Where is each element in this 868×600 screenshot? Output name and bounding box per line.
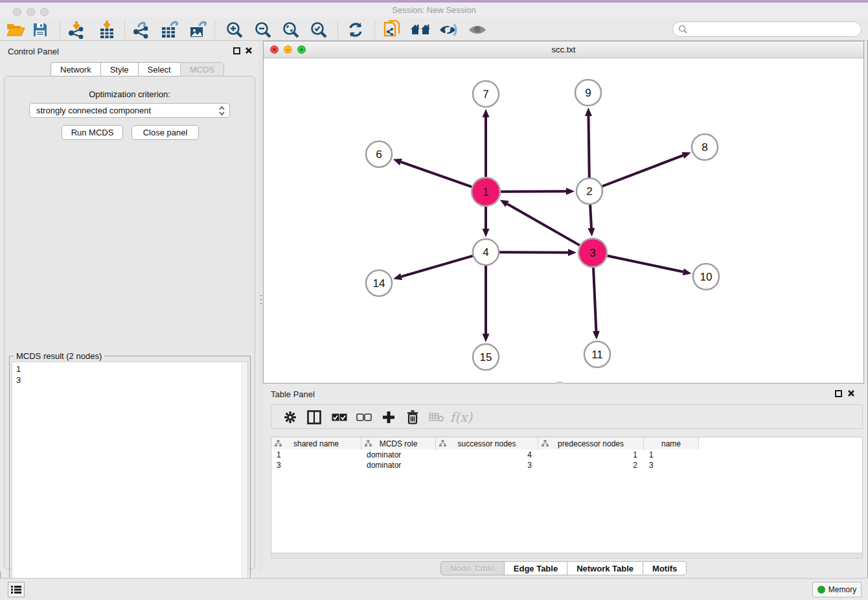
table-header-row: shared nameMCDS rolesuccessor nodesprede…: [271, 437, 699, 450]
export-table-button[interactable]: [158, 19, 181, 40]
show-column-panel-button[interactable]: [303, 407, 325, 428]
arrowhead-icon: [393, 159, 402, 165]
edge-1-6[interactable]: [401, 162, 472, 187]
hide-selected-button[interactable]: [437, 19, 460, 40]
graph-node-9[interactable]: 9: [575, 80, 601, 106]
column-header-shared-name[interactable]: shared name: [271, 437, 361, 450]
control-panel: Control Panel NetworkStyleSelectMCDS Opt…: [0, 41, 259, 571]
edge-4-14[interactable]: [402, 256, 473, 277]
edge-1-2[interactable]: [501, 191, 566, 192]
float-table-panel-icon[interactable]: [835, 390, 842, 397]
tab-motifs[interactable]: Motifs: [643, 561, 687, 575]
graph-node-14[interactable]: 14: [366, 270, 392, 296]
optimization-criterion-label: Optimization criterion:: [5, 89, 255, 99]
mcds-result-textarea[interactable]: 13: [12, 362, 248, 599]
table-hscrollbar[interactable]: [271, 553, 863, 559]
float-panel-icon[interactable]: [233, 47, 240, 54]
tab-network-table[interactable]: Network Table: [567, 561, 643, 575]
delete-columns-button[interactable]: [402, 407, 424, 428]
clone-network-button[interactable]: [380, 19, 404, 40]
export-network-button[interactable]: [130, 19, 153, 40]
edge-3-11[interactable]: [593, 268, 596, 331]
table-row[interactable]: 1dominator411: [271, 450, 699, 460]
search-input[interactable]: [672, 21, 862, 37]
table-cell: 2: [538, 460, 644, 470]
graph-node-11[interactable]: 11: [584, 341, 610, 367]
edge-4-3[interactable]: [499, 252, 568, 253]
run-mcds-button[interactable]: Run MCDS: [62, 125, 123, 140]
tab-style[interactable]: Style: [100, 62, 138, 76]
optimization-criterion-select[interactable]: strongly connected component: [29, 103, 230, 118]
create-column-button[interactable]: [378, 407, 400, 428]
control-panel-tabs: NetworkStyleSelectMCDS: [51, 62, 224, 76]
graph-node-15[interactable]: 15: [473, 344, 499, 370]
table-cell: dominator: [361, 450, 436, 460]
arrowhead-icon: [483, 334, 490, 342]
result-scrollbar[interactable]: [242, 362, 247, 598]
import-network-button[interactable]: [65, 19, 88, 40]
window-resize-grip[interactable]: [556, 382, 563, 384]
graph-node-8[interactable]: 8: [692, 134, 718, 160]
graph-node-10[interactable]: 10: [693, 264, 719, 290]
graph-node-6[interactable]: 6: [366, 141, 392, 167]
edge-2-8[interactable]: [602, 156, 683, 187]
toolbar-separator: [337, 21, 338, 39]
graph-node-3[interactable]: 3: [578, 238, 607, 267]
first-neighbors-button[interactable]: [409, 19, 432, 40]
network-graph[interactable]: 1234678910111415: [264, 58, 863, 383]
open-session-button[interactable]: [4, 19, 27, 40]
close-panel-button[interactable]: Close panel: [131, 125, 199, 140]
checked-boxes-icon: [332, 413, 347, 421]
zoom-out-button[interactable]: [251, 19, 275, 40]
close-table-panel-icon[interactable]: [847, 389, 855, 397]
zoom-in-button[interactable]: [223, 19, 246, 40]
graph-node-1[interactable]: 1: [472, 178, 500, 206]
tab-select[interactable]: Select: [138, 62, 180, 76]
edge-2-9[interactable]: [588, 116, 589, 178]
column-header-MCDS-role[interactable]: MCDS role: [361, 437, 436, 450]
column-header-predecessor-nodes[interactable]: predecessor nodes: [538, 437, 644, 450]
zoom-fit-button[interactable]: [279, 19, 303, 40]
function-builder-button[interactable]: f(x): [450, 407, 472, 428]
tab-edge-table[interactable]: Edge Table: [504, 561, 567, 575]
graph-node-7[interactable]: 7: [473, 81, 499, 107]
export-image-button[interactable]: [187, 19, 210, 40]
node-label: 6: [376, 148, 382, 161]
select-all-columns-button[interactable]: [328, 407, 350, 428]
show-all-button[interactable]: [466, 19, 489, 40]
network-canvas[interactable]: 1234678910111415: [264, 58, 863, 383]
titlebar: Session: New Session: [0, 3, 868, 18]
node-table[interactable]: shared nameMCDS rolesuccessor nodesprede…: [271, 437, 863, 553]
column-header-successor-nodes[interactable]: successor nodes: [436, 437, 538, 450]
tab-node-table[interactable]: Node Table: [440, 561, 504, 575]
edge-3-1[interactable]: [507, 204, 580, 246]
table-panel: Table Panel f(x) shared nameMCDS rolesuc…: [263, 385, 864, 577]
plus-icon: [382, 411, 395, 424]
deselect-all-columns-button[interactable]: [353, 407, 375, 428]
window-title: Session: New Session: [0, 5, 868, 15]
result-line: 1: [16, 363, 247, 375]
column-header-name[interactable]: name: [644, 437, 699, 450]
import-table-icon: [98, 21, 115, 39]
arrowhead-icon: [588, 228, 595, 237]
network-window-titlebar[interactable]: ✕ − + scc.txt: [264, 41, 863, 58]
edge-3-10[interactable]: [608, 256, 683, 272]
zoom-selected-button[interactable]: [307, 19, 330, 40]
graph-node-2[interactable]: 2: [577, 178, 602, 204]
apply-layout-button[interactable]: [344, 19, 367, 40]
tab-mcds[interactable]: MCDS: [180, 62, 224, 76]
memory-button[interactable]: Memory: [812, 582, 862, 597]
table-toolbar: f(x): [271, 404, 863, 429]
show-command-panel-button[interactable]: [8, 582, 25, 597]
delete-table-button[interactable]: [426, 407, 448, 428]
import-table-button[interactable]: [95, 19, 119, 40]
control-panel-title: Control Panel: [8, 47, 59, 56]
close-panel-icon[interactable]: [245, 47, 253, 54]
edge-2-3[interactable]: [590, 205, 591, 228]
table-options-button[interactable]: [279, 407, 301, 428]
search-icon: [678, 25, 687, 34]
graph-node-4[interactable]: 4: [473, 239, 499, 265]
tab-network[interactable]: Network: [51, 62, 100, 76]
table-row[interactable]: 3dominator323: [271, 460, 699, 470]
save-session-button[interactable]: [29, 19, 52, 40]
